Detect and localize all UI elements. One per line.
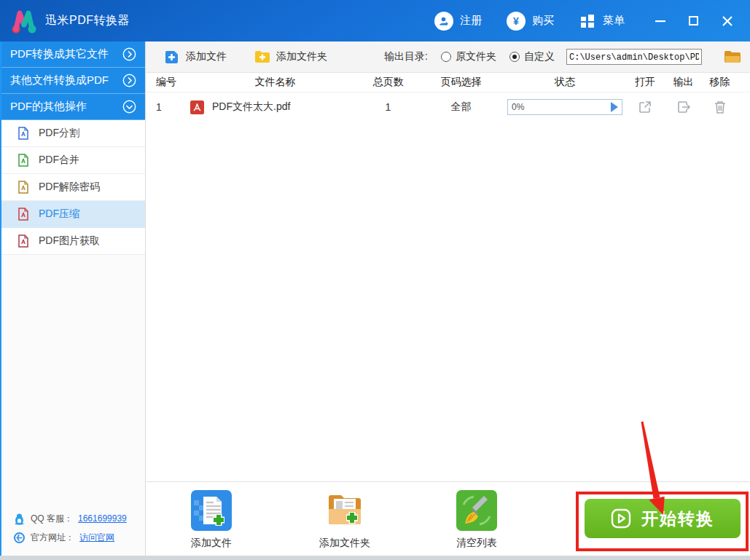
qq-icon [13,513,26,525]
qq-support-row: QQ 客服： 1661699939 [13,509,145,528]
add-folder-button[interactable]: 添加文件夹 [254,50,327,64]
bottom-bar: 添加文件 添加文件夹 [146,481,750,556]
grid-menu-icon [579,12,596,30]
clear-list-button[interactable]: 清空列表 [433,490,520,550]
app-logo-icon [10,7,38,35]
titlebar: 迅米PDF转换器 注册 ¥ 购买 [0,0,750,42]
radio-custom-folder[interactable]: 自定义 [509,50,555,63]
start-convert-label: 开始转换 [641,508,714,530]
sidebar-item-pdf-extract-images[interactable]: PDF图片获取 [1,228,145,255]
add-folder-big-button[interactable]: 添加文件夹 [301,490,388,550]
add-file-big-icon [191,490,232,531]
row-status-cell: 0% [507,99,623,115]
close-button[interactable] [716,10,738,32]
ie-browser-icon [13,532,26,544]
minimize-icon [655,20,665,23]
output-path-input[interactable] [566,49,702,65]
add-file-label: 添加文件 [186,50,227,63]
trash-icon [714,100,727,114]
sidebar-group-pdf-to-other[interactable]: PDF转换成其它文件 [1,42,145,68]
row-pages: 1 [361,101,415,113]
table-header: 编号 文件名称 总页数 页码选择 状态 打开 输出 移除 [146,73,750,92]
sidebar-item-pdf-remove-password[interactable]: PDF解除密码 [1,174,145,201]
browse-folder-button[interactable] [724,50,741,64]
add-file-big-button[interactable]: 添加文件 [168,490,255,550]
radio-original-folder[interactable]: 原文件夹 [441,50,496,63]
site-label: 官方网址： [31,532,74,544]
clear-list-icon [456,490,497,531]
minimize-button[interactable] [649,10,671,32]
header-page-select: 页码选择 [415,76,507,89]
yen-icon: ¥ [507,12,526,31]
window-controls [638,10,738,32]
add-file-big-label: 添加文件 [191,537,232,550]
adobe-pdf-icon [190,100,205,115]
item-label: PDF分割 [39,127,79,140]
header-output: 输出 [667,76,700,89]
toolbar: 添加文件 添加文件夹 输出目录: 原文件夹 自定义 [146,42,750,73]
radio-original-label: 原文件夹 [456,50,496,63]
chevron-down-circle-icon [122,100,136,114]
remove-file-button[interactable] [700,100,740,114]
contact-block: QQ 客服： 1661699939 官方网址： 访问官网 [1,509,145,556]
buy-label: 购买 [532,14,554,28]
register-button[interactable]: 注册 [434,12,482,31]
output-dir-label: 输出目录: [384,50,428,63]
output-file-button[interactable] [667,100,700,114]
sidebar-group-pdf-other-ops[interactable]: PDF的其他操作 [1,94,145,120]
row-num: 1 [146,101,190,113]
sidebar-group-other-to-pdf[interactable]: 其他文件转换成PDF [1,68,145,94]
official-site-link[interactable]: 访问官网 [79,532,114,544]
radio-unchecked-icon [441,52,451,62]
start-convert-button[interactable]: 开始转换 [585,499,741,538]
open-file-button[interactable] [623,100,667,114]
row-page-select[interactable]: 全部 [415,100,507,114]
group-label: PDF的其他操作 [10,100,87,114]
sidebar-spacer [1,255,145,509]
app-title: 迅米PDF转换器 [45,13,130,28]
qq-label: QQ 客服： [31,513,73,525]
add-file-icon [165,50,180,65]
add-folder-label: 添加文件夹 [276,50,327,63]
pdf-doc-icon [17,208,29,221]
export-icon [676,100,691,114]
window-bottom-edge [0,556,750,560]
play-triangle-icon[interactable] [609,101,620,113]
pdf-doc-icon [17,154,29,167]
window-body: PDF转换成其它文件 其他文件转换成PDF PDF的其他操作 [0,42,750,556]
pdf-doc-icon [17,234,29,248]
header-open: 打开 [623,76,667,89]
header-filename: 文件名称 [190,76,361,89]
sidebar-item-pdf-merge[interactable]: PDF合并 [1,147,145,174]
close-icon [722,16,733,26]
browse-folder-icon [724,50,741,64]
menu-label: 菜单 [603,14,625,28]
menu-button[interactable]: 菜单 [579,12,625,30]
table-row: 1 PDF文件太大.pdf 1 全部 0% [146,92,750,122]
group-label: 其他文件转换成PDF [10,74,109,87]
buy-button[interactable]: ¥ 购买 [507,12,554,31]
item-label: PDF解除密码 [39,181,100,194]
qq-number-link[interactable]: 1661699939 [78,513,127,524]
sidebar-item-pdf-split[interactable]: PDF分割 [1,120,145,147]
add-folder-big-icon [324,490,365,531]
chevron-right-circle-icon [122,47,136,61]
file-list-area [146,122,750,481]
app-window: 迅米PDF转换器 注册 ¥ 购买 [0,0,750,560]
maximize-button[interactable] [683,10,705,32]
sidebar: PDF转换成其它文件 其他文件转换成PDF PDF的其他操作 [0,42,146,556]
pdf-doc-icon [17,181,29,194]
item-label: PDF合并 [39,154,79,167]
main-panel: 添加文件 添加文件夹 输出目录: 原文件夹 自定义 [146,42,750,556]
open-external-icon [638,100,652,114]
progress-bar: 0% [507,99,622,115]
row-name-cell: PDF文件太大.pdf [190,100,361,115]
sidebar-item-pdf-compress[interactable]: PDF压缩 [1,201,145,228]
header-status: 状态 [507,76,623,89]
item-label: PDF图片获取 [39,234,100,248]
add-file-button[interactable]: 添加文件 [165,50,227,65]
radio-custom-label: 自定义 [524,50,555,63]
register-label: 注册 [460,14,482,28]
group-label: PDF转换成其它文件 [10,47,109,61]
titlebar-actions: 注册 ¥ 购买 菜单 [434,10,738,32]
